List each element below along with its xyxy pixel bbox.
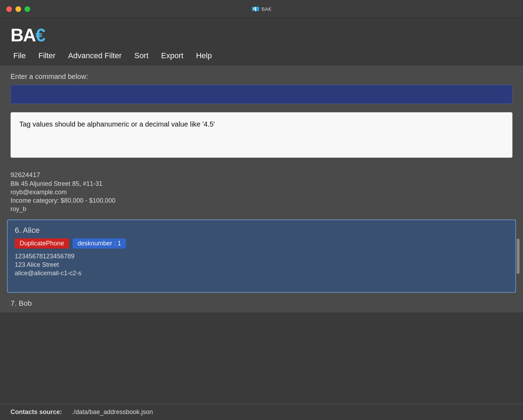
minimize-button[interactable] <box>15 6 21 12</box>
scrollbar[interactable] <box>517 239 519 274</box>
logo-euro: € <box>35 25 45 45</box>
selected-contact-name: 6. Alice <box>15 226 508 235</box>
main-content: Enter a command below: Tag values should… <box>0 66 523 312</box>
info-box-text: Tag values should be alphanumeric or a d… <box>19 120 215 128</box>
prev-address: Blk 45 Aljunied Street 85, #11-31 <box>11 180 512 188</box>
contact-selected-card[interactable]: 6. Alice DuplicatePhone desknumber : 1 1… <box>7 219 516 293</box>
app-icon: 💶 <box>252 5 259 13</box>
close-button[interactable] <box>6 6 12 12</box>
logo-text: BA <box>11 25 35 45</box>
selected-email: alice@alicemail-c1-c2-s <box>15 270 508 277</box>
selected-address: 123 Alice Street <box>15 261 508 269</box>
menu-sort[interactable]: Sort <box>128 49 155 62</box>
window-title-text: BA€ <box>262 6 271 12</box>
command-label: Enter a command below: <box>11 73 512 81</box>
next-contact-name: 7. Bob <box>11 299 512 307</box>
app-logo: BA€ <box>11 26 512 44</box>
command-section: Enter a command below: <box>0 66 523 107</box>
command-input[interactable] <box>11 85 512 104</box>
maximize-button[interactable] <box>25 6 30 12</box>
prev-username: roy_b <box>11 205 512 213</box>
status-value: ./data/bae_addressbook.json <box>72 408 153 416</box>
prev-phone: 92624417 <box>11 171 512 179</box>
window-controls[interactable] <box>6 6 30 12</box>
menu-advanced-filter[interactable]: Advanced Filter <box>62 49 128 62</box>
info-box: Tag values should be alphanumeric or a d… <box>11 112 512 158</box>
menu-export[interactable]: Export <box>155 49 190 62</box>
menubar: File Filter Advanced Filter Sort Export … <box>0 49 523 66</box>
selected-phone: 12345678123456789 <box>15 253 508 260</box>
tag-duplicate-phone[interactable]: DuplicatePhone <box>15 238 69 249</box>
prev-email: royb@example.com <box>11 189 512 196</box>
contact-list: 92624417 Blk 45 Aljunied Street 85, #11-… <box>0 163 523 312</box>
prev-income: Income category: $80,000 - $100,000 <box>11 197 512 204</box>
status-bar: Contacts source: ./data/bae_addressbook.… <box>0 404 523 420</box>
menu-filter[interactable]: Filter <box>32 49 62 62</box>
titlebar: 💶 BA€ <box>0 0 523 18</box>
contact-next: 7. Bob <box>0 295 523 312</box>
contact-prev: 92624417 Blk 45 Aljunied Street 85, #11-… <box>0 166 523 217</box>
window-title: 💶 BA€ <box>252 5 271 13</box>
tag-desknumber[interactable]: desknumber : 1 <box>73 238 126 249</box>
menu-help[interactable]: Help <box>190 49 218 62</box>
app-header: BA€ <box>0 18 523 49</box>
menu-file[interactable]: File <box>7 49 32 62</box>
tags-row: DuplicatePhone desknumber : 1 <box>15 238 508 249</box>
status-label: Contacts source: <box>11 408 62 416</box>
